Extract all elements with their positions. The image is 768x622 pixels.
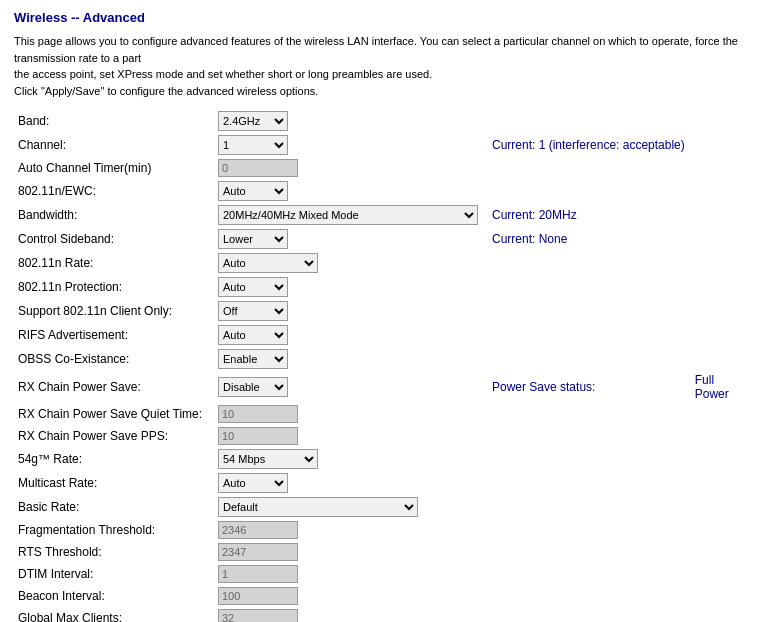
field-control[interactable]: 1 — [214, 133, 482, 157]
field-status — [482, 425, 689, 447]
field-control[interactable]: 2.4GHz — [214, 109, 482, 133]
field-status — [482, 495, 689, 519]
field-status — [482, 607, 689, 622]
field-input[interactable] — [218, 587, 298, 605]
field-control[interactable]: Auto — [214, 471, 482, 495]
field-control[interactable]: Auto — [214, 179, 482, 203]
field-input[interactable] — [218, 609, 298, 622]
field-label: Support 802.11n Client Only: — [14, 299, 214, 323]
field-select[interactable]: Auto — [218, 277, 288, 297]
field-select[interactable]: 2.4GHz — [218, 111, 288, 131]
field-select[interactable]: Enable — [218, 349, 288, 369]
field-control[interactable] — [214, 607, 482, 622]
field-control[interactable] — [214, 585, 482, 607]
field-status — [482, 403, 689, 425]
field-select[interactable]: 20MHz/40MHz Mixed Mode — [218, 205, 478, 225]
field-input[interactable] — [218, 427, 298, 445]
field-label: Bandwidth: — [14, 203, 214, 227]
field-input[interactable] — [218, 543, 298, 561]
table-row: RX Chain Power Save Quiet Time: — [14, 403, 754, 425]
field-select[interactable]: Auto — [218, 253, 318, 273]
table-row: Basic Rate:Default — [14, 495, 754, 519]
field-input[interactable] — [218, 159, 298, 177]
field-label: Control Sideband: — [14, 227, 214, 251]
field-select[interactable]: Auto — [218, 325, 288, 345]
table-row: 54g™ Rate:54 Mbps — [14, 447, 754, 471]
field-label: RIFS Advertisement: — [14, 323, 214, 347]
field-select[interactable]: Auto — [218, 473, 288, 493]
field-status — [482, 541, 689, 563]
field-control[interactable] — [214, 519, 482, 541]
table-row: 802.11n/EWC:Auto — [14, 179, 754, 203]
field-status — [482, 563, 689, 585]
field-status: Current: None — [482, 227, 689, 251]
field-label: Channel: — [14, 133, 214, 157]
field-status: Current: 20MHz — [482, 203, 689, 227]
field-control[interactable]: Auto — [214, 275, 482, 299]
field-label: OBSS Co-Existance: — [14, 347, 214, 371]
field-control[interactable]: Enable — [214, 347, 482, 371]
field-label: 802.11n/EWC: — [14, 179, 214, 203]
field-control[interactable] — [214, 157, 482, 179]
table-row: Channel:1Current: 1 (interference: accep… — [14, 133, 754, 157]
field-control[interactable] — [214, 541, 482, 563]
table-row: RX Chain Power Save PPS: — [14, 425, 754, 447]
field-control[interactable] — [214, 403, 482, 425]
field-label: Multicast Rate: — [14, 471, 214, 495]
field-select[interactable]: Disable — [218, 377, 288, 397]
field-control[interactable] — [214, 563, 482, 585]
table-row: OBSS Co-Existance:Enable — [14, 347, 754, 371]
page-title: Wireless -- Advanced — [14, 10, 754, 25]
field-control[interactable]: Default — [214, 495, 482, 519]
field-status — [482, 157, 689, 179]
field-label: Global Max Clients: — [14, 607, 214, 622]
page-description: This page allows you to configure advanc… — [14, 33, 754, 99]
field-status: Power Save status: — [482, 371, 689, 403]
table-row: Beacon Interval: — [14, 585, 754, 607]
field-input[interactable] — [218, 565, 298, 583]
field-control[interactable]: 54 Mbps — [214, 447, 482, 471]
field-label: Beacon Interval: — [14, 585, 214, 607]
field-control[interactable]: Auto — [214, 251, 482, 275]
table-row: DTIM Interval: — [14, 563, 754, 585]
field-status — [482, 299, 689, 323]
field-input[interactable] — [218, 405, 298, 423]
field-control[interactable]: Lower — [214, 227, 482, 251]
field-status: Current: 1 (interference: acceptable) — [482, 133, 689, 157]
field-status — [482, 109, 689, 133]
field-status — [482, 585, 689, 607]
table-row: Fragmentation Threshold: — [14, 519, 754, 541]
field-select[interactable]: Off — [218, 301, 288, 321]
field-status — [482, 179, 689, 203]
field-select[interactable]: Auto — [218, 181, 288, 201]
field-label: RTS Threshold: — [14, 541, 214, 563]
field-select[interactable]: Default — [218, 497, 418, 517]
field-label: Auto Channel Timer(min) — [14, 157, 214, 179]
table-row: RIFS Advertisement:Auto — [14, 323, 754, 347]
field-select[interactable]: Lower — [218, 229, 288, 249]
field-control[interactable] — [214, 425, 482, 447]
field-label: 802.11n Rate: — [14, 251, 214, 275]
field-status — [482, 447, 689, 471]
field-control[interactable]: Disable — [214, 371, 482, 403]
field-label: 802.11n Protection: — [14, 275, 214, 299]
field-label: Basic Rate: — [14, 495, 214, 519]
field-control[interactable]: 20MHz/40MHz Mixed Mode — [214, 203, 482, 227]
field-label: RX Chain Power Save: — [14, 371, 214, 403]
field-control[interactable]: Auto — [214, 323, 482, 347]
table-row: Control Sideband:LowerCurrent: None — [14, 227, 754, 251]
field-label: 54g™ Rate: — [14, 447, 214, 471]
table-row: Multicast Rate:Auto — [14, 471, 754, 495]
field-status — [482, 323, 689, 347]
field-label: DTIM Interval: — [14, 563, 214, 585]
field-select[interactable]: 54 Mbps — [218, 449, 318, 469]
field-input[interactable] — [218, 521, 298, 539]
field-control[interactable]: Off — [214, 299, 482, 323]
table-row: Auto Channel Timer(min) — [14, 157, 754, 179]
field-label: RX Chain Power Save PPS: — [14, 425, 214, 447]
field-status — [482, 471, 689, 495]
field-select[interactable]: 1 — [218, 135, 288, 155]
field-status — [482, 519, 689, 541]
table-row: RX Chain Power Save:DisablePower Save st… — [14, 371, 754, 403]
field-label: RX Chain Power Save Quiet Time: — [14, 403, 214, 425]
